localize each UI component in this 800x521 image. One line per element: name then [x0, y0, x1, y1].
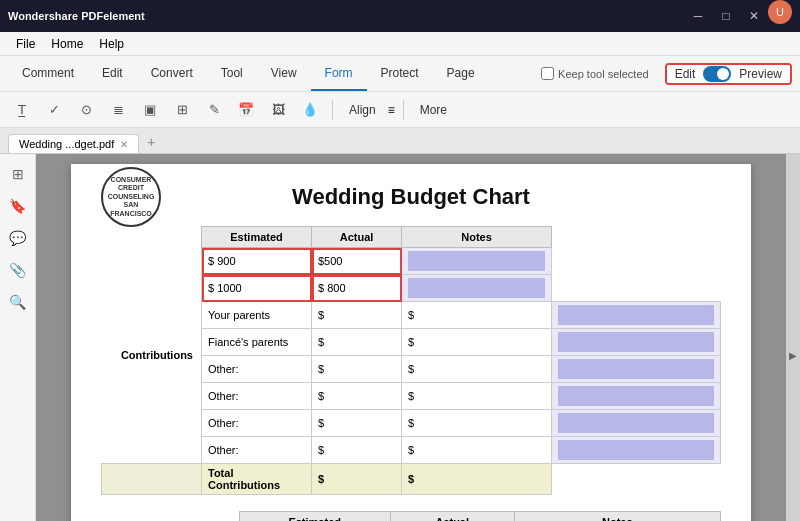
radio-icon[interactable]: ⊙ — [72, 96, 100, 124]
tab-protect[interactable]: Protect — [367, 56, 433, 91]
keep-tool-label: Keep tool selected — [558, 68, 649, 80]
checkbox-icon[interactable]: ✓ — [40, 96, 68, 124]
other4-act-cell[interactable]: $ — [402, 437, 552, 464]
you-notes-input[interactable] — [408, 251, 545, 271]
col-empty — [102, 227, 202, 248]
keep-tool-checkbox[interactable]: Keep tool selected — [533, 67, 657, 80]
sidebar-bookmarks-icon[interactable]: 🔖 — [6, 194, 30, 218]
menu-help[interactable]: Help — [91, 32, 132, 55]
keep-tool-input[interactable] — [541, 67, 554, 80]
other3-notes-input[interactable] — [558, 413, 714, 433]
pdf-area: CONSUMER CREDIT COUNSELING SAN FRANCISCO… — [36, 154, 786, 521]
more-button[interactable]: More — [412, 98, 455, 122]
other1-label: Other: — [208, 363, 239, 375]
app-logo: Wondershare PDFelement — [8, 10, 145, 22]
doc-tab-close[interactable]: ✕ — [120, 139, 128, 150]
fiance-actual-cell[interactable]: $ 800 — [312, 275, 402, 302]
sidebar-search-icon[interactable]: 🔍 — [6, 290, 30, 314]
other1-act-cell[interactable]: $ — [402, 356, 552, 383]
logo-text: CONSUMER CREDIT COUNSELING SAN FRANCISCO — [103, 176, 159, 218]
image-icon[interactable]: 🖼 — [264, 96, 292, 124]
fiance-notes-cell[interactable] — [402, 275, 552, 302]
other3-est-cell[interactable]: $ — [312, 410, 402, 437]
other1-est-cell[interactable]: $ — [312, 356, 402, 383]
sidebar-comments-icon[interactable]: 💬 — [6, 226, 30, 250]
total-contributions-est-cell[interactable]: $ — [312, 464, 402, 495]
user-avatar[interactable]: U — [768, 0, 792, 24]
edit-button[interactable]: Edit — [667, 65, 704, 83]
fiancees-parents-label-cell: Fiancé's parents — [202, 329, 312, 356]
tab-convert[interactable]: Convert — [137, 56, 207, 91]
other1-est: $ — [318, 363, 324, 375]
your-parents-estimated-cell[interactable]: $ — [312, 302, 402, 329]
other3-act-cell[interactable]: $ — [402, 410, 552, 437]
edit-preview-group[interactable]: Edit Preview — [665, 63, 792, 85]
fiancees-parents-est-cell[interactable]: $ — [312, 329, 402, 356]
other2-est-cell[interactable]: $ — [312, 383, 402, 410]
text-field-icon[interactable]: T̲ — [8, 96, 36, 124]
tab-edit[interactable]: Edit — [88, 56, 137, 91]
other1-act: $ — [408, 363, 414, 375]
pdf-page: CONSUMER CREDIT COUNSELING SAN FRANCISCO… — [71, 164, 751, 521]
total-contributions-act-cell[interactable]: $ — [402, 464, 552, 495]
close-button[interactable]: ✕ — [740, 0, 768, 32]
other4-act: $ — [408, 444, 414, 456]
sidebar-pages-icon[interactable]: ⊞ — [6, 162, 30, 186]
other4-label-cell: Other: — [202, 437, 312, 464]
your-parents-actual-cell[interactable]: $ — [402, 302, 552, 329]
button-icon[interactable]: ⊞ — [168, 96, 196, 124]
tab-page[interactable]: Page — [433, 56, 489, 91]
menu-file[interactable]: File — [8, 32, 43, 55]
other4-notes-cell[interactable] — [552, 437, 721, 464]
doc-tab-wedding[interactable]: Wedding ...dget.pdf ✕ — [8, 134, 139, 153]
doc-tab-bar: Wedding ...dget.pdf ✕ + — [0, 128, 800, 154]
fiancees-parents-act-cell[interactable]: $ — [402, 329, 552, 356]
tab-view[interactable]: View — [257, 56, 311, 91]
you-actual-cell[interactable]: $500 — [312, 248, 402, 275]
fiancees-parents-notes-cell[interactable] — [552, 329, 721, 356]
tab-tool[interactable]: Tool — [207, 56, 257, 91]
you-notes-cell[interactable] — [402, 248, 552, 275]
list-box-icon[interactable]: ≣ — [104, 96, 132, 124]
contributions-section-label: Contributions — [121, 349, 193, 361]
you-estimated-cell[interactable]: $ 900 — [202, 248, 312, 275]
total-contributions-act: $ — [408, 473, 414, 485]
menu-home[interactable]: Home — [43, 32, 91, 55]
watermark-icon[interactable]: 💧 — [296, 96, 324, 124]
col2-empty — [102, 512, 240, 522]
other4-notes-input[interactable] — [558, 440, 714, 460]
your-parents-notes-input[interactable] — [558, 305, 714, 325]
fiance-actual-value: $ 800 — [318, 282, 346, 294]
new-tab-button[interactable]: + — [139, 131, 163, 153]
preview-button[interactable]: Preview — [731, 65, 790, 83]
your-parents-notes-cell[interactable] — [552, 302, 721, 329]
align-button[interactable]: Align — [341, 98, 384, 122]
title-bar-controls[interactable]: ─ □ ✕ U — [684, 0, 792, 32]
toggle-slider[interactable] — [703, 66, 731, 82]
other4-est-cell[interactable]: $ — [312, 437, 402, 464]
sidebar-attachments-icon[interactable]: 📎 — [6, 258, 30, 282]
other1-notes-cell[interactable] — [552, 356, 721, 383]
fiance-estimated-cell[interactable]: $ 1000 — [202, 275, 312, 302]
maximize-button[interactable]: □ — [712, 0, 740, 32]
date-icon[interactable]: 📅 — [232, 96, 260, 124]
other2-notes-input[interactable] — [558, 386, 714, 406]
other1-notes-input[interactable] — [558, 359, 714, 379]
right-sidebar-arrow[interactable]: ▶ — [786, 154, 800, 521]
your-parents-label: Your parents — [208, 309, 270, 321]
col2-header-estimated: Estimated — [239, 512, 390, 522]
other3-notes-cell[interactable] — [552, 410, 721, 437]
distribute-button[interactable]: ≡ — [388, 103, 395, 117]
signature-icon[interactable]: ✎ — [200, 96, 228, 124]
combo-icon[interactable]: ▣ — [136, 96, 164, 124]
other2-act-cell[interactable]: $ — [402, 383, 552, 410]
tab-form[interactable]: Form — [311, 56, 367, 91]
pdf-header: CONSUMER CREDIT COUNSELING SAN FRANCISCO… — [101, 184, 721, 210]
tab-comment[interactable]: Comment — [8, 56, 88, 91]
total-contributions-est: $ — [318, 473, 324, 485]
fiancees-parents-notes-input[interactable] — [558, 332, 714, 352]
title-bar-left: Wondershare PDFelement — [8, 10, 145, 22]
other2-notes-cell[interactable] — [552, 383, 721, 410]
minimize-button[interactable]: ─ — [684, 0, 712, 32]
fiance-notes-input[interactable] — [408, 278, 545, 298]
